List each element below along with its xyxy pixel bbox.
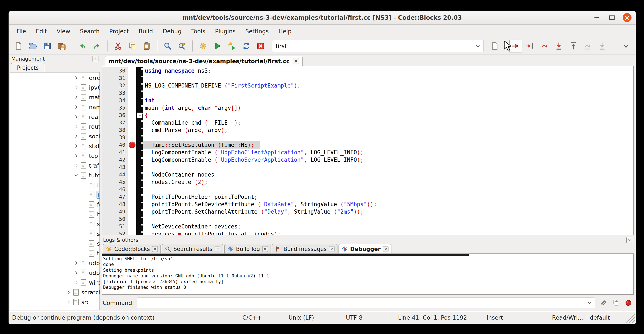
fold-marker[interactable]: [137, 113, 142, 118]
rebuild-button[interactable]: [240, 40, 252, 52]
build-button[interactable]: [197, 40, 209, 52]
close-tab-icon[interactable]: [293, 58, 299, 64]
run-button[interactable]: [211, 40, 224, 52]
tree-item-stat[interactable]: stat: [10, 141, 100, 151]
close-tab-icon[interactable]: [152, 246, 158, 252]
menu-view[interactable]: View: [52, 25, 75, 38]
tree-item-rout[interactable]: rout: [10, 122, 100, 131]
chevron-right-icon[interactable]: [72, 132, 80, 140]
tree-item-he[interactable]: he: [10, 209, 100, 219]
maximize-button[interactable]: [608, 13, 616, 22]
code-line-46[interactable]: 46: [102, 186, 634, 193]
run-to-cursor-button[interactable]: [524, 40, 536, 52]
abort-button[interactable]: [254, 40, 267, 52]
next-line-button[interactable]: [538, 40, 551, 52]
code-line-49[interactable]: 49 pointToPoint.SetChannelAttribute ("De…: [102, 208, 634, 215]
code-line-44[interactable]: 44 NodeContainer nodes;: [102, 171, 634, 178]
project-tree[interactable]: erroipv6matnamrealroutsockstattcptraftut…: [10, 72, 100, 310]
chevron-right-icon[interactable]: [65, 298, 72, 306]
chevron-right-icon[interactable]: [72, 269, 80, 276]
editor-tab[interactable]: mnt/dev/tools/source/ns-3-dev/examples/t…: [105, 56, 302, 66]
chevron-right-icon[interactable]: [72, 74, 80, 82]
chevron-down-icon[interactable]: [72, 171, 80, 179]
minimize-button[interactable]: [592, 13, 601, 22]
tree-item-scratch[interactable]: scratch: [10, 287, 100, 297]
breakpoint-margin[interactable]: [128, 82, 136, 89]
tree-item-src[interactable]: src: [10, 297, 100, 307]
menu-file[interactable]: File: [12, 25, 31, 38]
close-tab-icon[interactable]: [329, 246, 334, 252]
tree-item-wire[interactable]: wire: [10, 278, 100, 287]
paste-button[interactable]: [140, 40, 153, 52]
step-out-button[interactable]: [567, 40, 580, 52]
code-line-30[interactable]: 30using namespace ns3;: [102, 67, 634, 74]
breakpoint-margin[interactable]: [128, 126, 136, 134]
code-line-39[interactable]: 39: [102, 134, 634, 141]
redo-button[interactable]: [90, 40, 103, 52]
tree-item-real[interactable]: real: [10, 112, 100, 122]
chevron-down-icon[interactable]: [472, 43, 484, 49]
menu-edit[interactable]: Edit: [31, 25, 52, 38]
breakpoint-margin[interactable]: [128, 119, 136, 126]
tree-item-tcp[interactable]: tcp: [10, 151, 100, 161]
command-input[interactable]: [137, 297, 595, 308]
breakpoint-margin[interactable]: [128, 89, 136, 97]
breakpoint-margin[interactable]: [128, 74, 136, 82]
tree-item-tuto[interactable]: tuto: [10, 170, 100, 180]
tree-item-si[interactable]: si: [10, 239, 100, 248]
chevron-right-icon[interactable]: [72, 259, 80, 267]
chevron-down-icon[interactable]: [584, 298, 595, 308]
next-instruction-button[interactable]: [581, 40, 594, 52]
log-tab-build-messages[interactable]: Build messages: [272, 244, 338, 253]
log-partial-selected-line[interactable]: [102, 254, 469, 256]
breakpoint-margin[interactable]: [128, 67, 136, 74]
tree-item-fif[interactable]: fif: [10, 180, 100, 190]
chevron-right-icon[interactable]: [72, 123, 80, 130]
code-line-31[interactable]: 31: [102, 74, 634, 82]
code-line-36[interactable]: 36{: [102, 112, 634, 119]
code-line-34[interactable]: 34int: [102, 97, 634, 104]
breakpoint-margin[interactable]: [128, 134, 136, 141]
menu-tools[interactable]: Tools: [186, 25, 210, 38]
code-editor[interactable]: 30using namespace ns3;3132NS_LOG_COMPONE…: [102, 66, 634, 235]
close-button[interactable]: [622, 13, 632, 22]
undo-button[interactable]: [76, 40, 89, 52]
find-button[interactable]: [161, 40, 174, 52]
build-and-run-button[interactable]: [226, 40, 238, 52]
resize-grip[interactable]: [625, 313, 635, 322]
copy-button[interactable]: [126, 40, 139, 52]
compile-current-file-button[interactable]: [488, 40, 501, 52]
stop-icon[interactable]: [624, 298, 633, 308]
close-panel-icon[interactable]: [92, 56, 98, 62]
code-line-48[interactable]: 48 pointToPoint.SetDeviceAttribute ("Dat…: [102, 200, 634, 208]
breakpoint-margin[interactable]: [128, 208, 136, 215]
log-tab-search-results[interactable]: Search results: [162, 244, 223, 253]
breakpoint-margin[interactable]: [128, 223, 136, 230]
menu-settings[interactable]: Settings: [240, 25, 274, 38]
breakpoint-margin[interactable]: [128, 141, 136, 149]
code-line-47[interactable]: 47 PointToPointHelper pointToPoint;: [102, 193, 634, 200]
chevron-right-icon[interactable]: [72, 152, 80, 160]
code-line-42[interactable]: 42 LogComponentEnable ("UdpEchoServerApp…: [102, 156, 634, 163]
breakpoint-marker[interactable]: [129, 142, 136, 148]
breakpoint-margin[interactable]: [128, 97, 136, 104]
tree-item-ipv6[interactable]: ipv6: [10, 83, 100, 92]
tree-item-traf[interactable]: traf: [10, 161, 100, 170]
code-line-45[interactable]: 45 nodes.Create (2);: [102, 178, 634, 186]
tree-item-fir[interactable]: fir: [10, 190, 100, 200]
breakpoint-margin[interactable]: [128, 163, 136, 171]
chevron-right-icon[interactable]: [72, 94, 80, 101]
breakpoint-margin[interactable]: [128, 112, 136, 119]
titlebar[interactable]: mnt/dev/tools/source/ns-3-dev/examples/t…: [9, 11, 636, 25]
debug-continue-button[interactable]: [509, 40, 522, 52]
menu-help[interactable]: Help: [274, 25, 296, 38]
clipboard-icon[interactable]: [611, 298, 620, 308]
breakpoint-margin[interactable]: [128, 171, 136, 178]
chevron-right-icon[interactable]: [72, 113, 80, 121]
tree-item-se[interactable]: se: [10, 219, 100, 229]
code-line-37[interactable]: 37 CommandLine cmd (__FILE__);: [102, 119, 634, 126]
breakpoint-margin[interactable]: [128, 156, 136, 163]
log-tab-code-blocks[interactable]: Code::Blocks: [103, 244, 161, 253]
code-line-32[interactable]: 32NS_LOG_COMPONENT_DEFINE ("FirstScriptE…: [102, 82, 634, 89]
new-file-button[interactable]: [12, 40, 25, 52]
